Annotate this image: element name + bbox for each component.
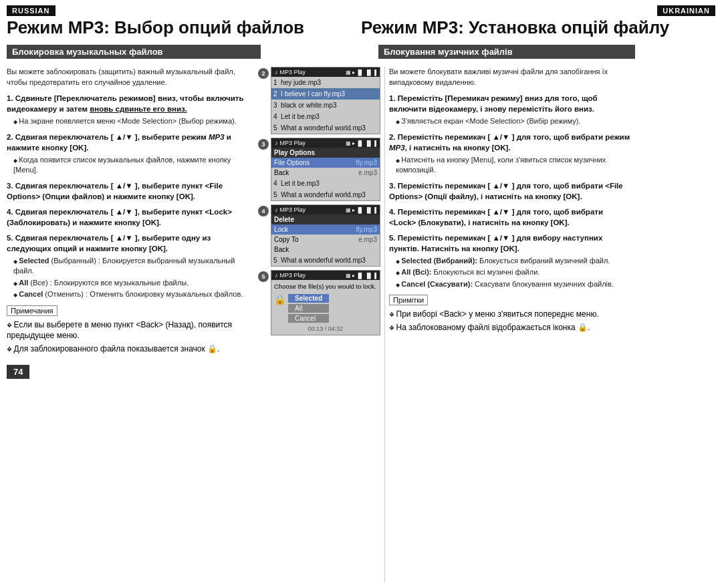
screen-4: ♪ MP3 Play ▦▸▐▌▐▌▐ Delete Lockfly.mp3 (271, 204, 380, 267)
screen-3-item-4: 4 Let it be.mp3 (271, 178, 380, 189)
screen-4-icons: ▦▸▐▌▐▌▐ (346, 207, 376, 213)
screen-4-item-5: 5 What a wonderful world.mp3 (271, 255, 380, 266)
screen-5: ♪ MP3 Play ▦▸▐▌▐▌▐ Choose the file(s) yo… (271, 270, 380, 335)
lock-icon: 🔒 (274, 294, 285, 305)
screen-3-body: Play Options File Optionsfly.mp3 Backe.m… (271, 148, 380, 200)
title-left: Режим MP3: Выбор опций файлов (7, 17, 354, 38)
screen-2-item-5: 5 What a wonderful world.mp3 (271, 122, 380, 134)
screen-3-menu-play: Play Options (271, 148, 380, 158)
section-header-left: Блокировка музыкальных файлов (7, 45, 261, 59)
screen-4-body: Delete Lockfly.mp3 Copy Toe.mp3 Back 5 W… (271, 214, 380, 266)
step-right-4: 4. Перемістіть перемикач [ ▲/▼ ] для тог… (389, 206, 632, 228)
step-left-2: 2. Сдвигая переключатель [ ▲/▼ ], выбери… (7, 132, 250, 176)
screen-4-header: ♪ MP3 Play ▦▸▐▌▐▌▐ (271, 205, 380, 214)
step-right-5: 5. Перемістіть перемикач [ ▲/▼ ] для виб… (389, 233, 632, 289)
screen-3-header: ♪ MP3 Play ▦▸▐▌▐▌▐ (271, 138, 380, 148)
text-col-right: Ви можете блокувати важливі музичні файл… (384, 67, 632, 583)
page: RUSSIAN UKRAINIAN Режим MP3: Выбор опций… (0, 0, 722, 588)
notes-title-left: Примечания (7, 305, 57, 316)
screen-2-item-4: 4 Let it be.mp3 (271, 111, 380, 122)
lang-banners: RUSSIAN UKRAINIAN (7, 5, 715, 16)
screen-2-icons: ▦▸▐▌▐▌▐ (346, 69, 376, 76)
intro-left: Вы можете заблокировать (защитить) важны… (7, 67, 250, 88)
screen-5-header: ♪ MP3 Play ▦▸▐▌▐▌▐ (271, 271, 380, 280)
step-right-3: 3. Перемістіть перемикач [ ▲/▼ ] для тог… (389, 180, 632, 202)
screen-5-icons: ▦▸▐▌▐▌▐ (346, 273, 376, 279)
screen-3-item-5: 5 What a wonderful world.mp3 (271, 189, 380, 200)
screen-2: ♪ MP3 Play ▦▸▐▌▐▌▐ 1 hey jude.mp3 2 I be… (271, 67, 380, 134)
title-right: Режим MP3: Установка опцій файлу (361, 17, 715, 38)
screen-wrapper-2: 2 ♪ MP3 Play ▦▸▐▌▐▌▐ 1 hey jude.mp3 2 (258, 67, 380, 134)
notes-title-right: Примітки (389, 295, 428, 305)
screen-wrapper-3: 3 ♪ MP3 Play ▦▸▐▌▐▌▐ Play Options (258, 138, 380, 201)
lang-badge-ukrainian: UKRAINIAN (657, 5, 715, 16)
screen-2-item-3: 3 black or white.mp3 (271, 100, 380, 111)
option-selected[interactable]: Selected (288, 294, 329, 303)
note-right-2: На заблокованому файлі відображається ік… (389, 322, 632, 333)
step-right-2: 2. Перемістіть перемикач [ ▲/▼ ] для тог… (389, 132, 632, 176)
screen-2-item-1: 1 hey jude.mp3 (271, 77, 380, 88)
screen-3-menu-back: Backe.mp3 (271, 168, 380, 178)
step-left-1: 1. Сдвиньте [Переключатель режимов] вниз… (7, 93, 250, 127)
step-left-5: 5. Сдвигая переключатель [ ▲/▼ ], выбери… (7, 233, 250, 300)
option-cancel[interactable]: Cancel (288, 314, 329, 323)
step-circle-4: 4 (258, 206, 269, 216)
screen-wrapper-5: 5 ♪ MP3 Play ▦▸▐▌▐▌▐ Choose the file(s) … (258, 270, 380, 335)
screen-2-header: ♪ MP3 Play ▦▸▐▌▐▌▐ (271, 67, 380, 77)
step-circle-2: 2 (258, 68, 269, 79)
page-number: 74 (7, 365, 29, 379)
lang-badge-russian: RUSSIAN (7, 5, 55, 16)
screen-4-delete: Delete (271, 214, 380, 225)
screen-2-body: 1 hey jude.mp3 2 I believe I can fly.mp3… (271, 77, 380, 134)
screen-4-copyto: Copy Toe.mp3 (271, 235, 380, 245)
screen-2-item-2: 2 I believe I can fly.mp3 (271, 88, 380, 100)
note-right-1: При виборі <Back> у меню з'явиться попер… (389, 309, 632, 320)
step-right-1: 1. Перемістіть [Перемикач режиму] вниз д… (389, 93, 632, 127)
screen-5-prompt: Choose the file(s) you would to lock. (274, 283, 377, 290)
step-circle-5: 5 (258, 271, 269, 282)
intro-right: Ви можете блокувати важливі музичні файл… (389, 67, 632, 88)
section-header-right: Блокування музичних файлів (378, 45, 635, 59)
note-left-1: Если вы выберете в меню пункт <Back> (На… (7, 319, 250, 342)
screen-wrapper-4: 4 ♪ MP3 Play ▦▸▐▌▐▌▐ Delete (258, 204, 380, 267)
screen-4-lock: Lockfly.mp3 (271, 225, 380, 235)
timecode: 00:13 / 04:32 (274, 325, 377, 332)
step-left-4: 4. Сдвигая переключатель [ ▲/▼ ], выбери… (7, 206, 250, 228)
screen-4-back: Back (271, 245, 380, 255)
note-left-2: Для заблокированного файла показывается … (7, 343, 250, 355)
screenshots-column: 2 ♪ MP3 Play ▦▸▐▌▐▌▐ 1 hey jude.mp3 2 (254, 67, 384, 583)
step-circle-3: 3 (258, 139, 269, 150)
option-all[interactable]: All (288, 304, 329, 313)
screen-3-menu-file: File Optionsfly.mp3 (271, 158, 380, 168)
screen-3-icons: ▦▸▐▌▐▌▐ (346, 140, 376, 146)
text-col-left: Вы можете заблокировать (защитить) важны… (7, 67, 254, 583)
screen-5-body: Choose the file(s) you would to lock. 🔒 … (271, 280, 380, 335)
screen-3: ♪ MP3 Play ▦▸▐▌▐▌▐ Play Options File Opt… (271, 138, 380, 201)
step-left-3: 3. Сдвигая переключатель [ ▲/▼ ], выбери… (7, 180, 250, 202)
